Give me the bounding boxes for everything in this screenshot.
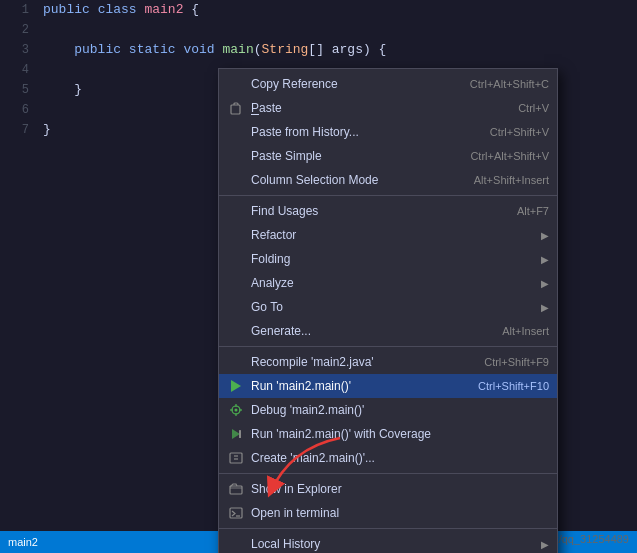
local-history-icon xyxy=(227,535,245,553)
separator-2 xyxy=(219,346,557,347)
menu-item-analyze[interactable]: Analyze ▶ xyxy=(219,271,557,295)
recompile-icon xyxy=(227,353,245,371)
find-usages-icon xyxy=(227,202,245,220)
menu-item-local-history[interactable]: Local History ▶ xyxy=(219,532,557,553)
svg-marker-7 xyxy=(232,429,240,439)
run-coverage-label: Run 'main2.main()' with Coverage xyxy=(251,427,549,441)
paste-history-shortcut: Ctrl+Shift+V xyxy=(490,126,549,138)
run-coverage-icon xyxy=(227,425,245,443)
generate-icon xyxy=(227,322,245,340)
menu-item-open-terminal[interactable]: Open in terminal xyxy=(219,501,557,525)
separator-3 xyxy=(219,473,557,474)
column-selection-label: Column Selection Mode xyxy=(251,173,454,187)
svg-point-2 xyxy=(235,409,238,412)
code-line-2 xyxy=(43,20,629,40)
run-shortcut: Ctrl+Shift+F10 xyxy=(478,380,549,392)
generate-label: Generate... xyxy=(251,324,482,338)
analyze-icon xyxy=(227,274,245,292)
recompile-label: Recompile 'main2.java' xyxy=(251,355,464,369)
analyze-arrow: ▶ xyxy=(541,278,549,289)
run-icon xyxy=(227,377,245,395)
svg-rect-0 xyxy=(231,105,240,114)
menu-item-copy-reference[interactable]: Copy Reference Ctrl+Alt+Shift+C xyxy=(219,72,557,96)
go-to-icon xyxy=(227,298,245,316)
menu-item-go-to[interactable]: Go To ▶ xyxy=(219,295,557,319)
svg-rect-8 xyxy=(239,430,241,438)
code-line-1: public class main2 { xyxy=(43,0,629,20)
local-history-label: Local History xyxy=(251,537,537,551)
paste-history-icon xyxy=(227,123,245,141)
line-numbers: 1 2 3 4 5 6 7 xyxy=(0,0,35,553)
context-menu: Copy Reference Ctrl+Alt+Shift+C Paste Ct… xyxy=(218,68,558,553)
svg-rect-9 xyxy=(230,453,242,463)
menu-item-find-usages[interactable]: Find Usages Alt+F7 xyxy=(219,199,557,223)
menu-item-recompile[interactable]: Recompile 'main2.java' Ctrl+Shift+F9 xyxy=(219,350,557,374)
column-selection-shortcut: Alt+Shift+Insert xyxy=(474,174,549,186)
find-usages-shortcut: Alt+F7 xyxy=(517,205,549,217)
copy-reference-label: Copy Reference xyxy=(251,77,450,91)
svg-rect-12 xyxy=(230,486,242,494)
refactor-icon xyxy=(227,226,245,244)
separator-1 xyxy=(219,195,557,196)
paste-icon xyxy=(227,99,245,117)
menu-item-run[interactable]: Run 'main2.main()' Ctrl+Shift+F10 xyxy=(219,374,557,398)
run-label: Run 'main2.main()' xyxy=(251,379,458,393)
column-selection-icon xyxy=(227,171,245,189)
find-usages-label: Find Usages xyxy=(251,204,497,218)
create-icon xyxy=(227,449,245,467)
menu-item-generate[interactable]: Generate... Alt+Insert xyxy=(219,319,557,343)
menu-item-column-selection[interactable]: Column Selection Mode Alt+Shift+Insert xyxy=(219,168,557,192)
create-label: Create 'main2.main()'... xyxy=(251,451,549,465)
show-explorer-label: Show in Explorer xyxy=(251,482,549,496)
separator-4 xyxy=(219,528,557,529)
local-history-arrow: ▶ xyxy=(541,539,549,550)
go-to-arrow: ▶ xyxy=(541,302,549,313)
menu-item-refactor[interactable]: Refactor ▶ xyxy=(219,223,557,247)
folding-arrow: ▶ xyxy=(541,254,549,265)
debug-label: Debug 'main2.main()' xyxy=(251,403,549,417)
generate-shortcut: Alt+Insert xyxy=(502,325,549,337)
show-explorer-icon xyxy=(227,480,245,498)
paste-simple-icon xyxy=(227,147,245,165)
open-terminal-label: Open in terminal xyxy=(251,506,549,520)
recompile-shortcut: Ctrl+Shift+F9 xyxy=(484,356,549,368)
paste-label: Paste xyxy=(251,101,498,115)
refactor-arrow: ▶ xyxy=(541,230,549,241)
paste-shortcut: Ctrl+V xyxy=(518,102,549,114)
menu-item-paste-simple[interactable]: Paste Simple Ctrl+Alt+Shift+V xyxy=(219,144,557,168)
copy-reference-icon xyxy=(227,75,245,93)
open-terminal-icon xyxy=(227,504,245,522)
paste-simple-label: Paste Simple xyxy=(251,149,450,163)
menu-item-run-coverage[interactable]: Run 'main2.main()' with Coverage xyxy=(219,422,557,446)
menu-item-paste[interactable]: Paste Ctrl+V xyxy=(219,96,557,120)
menu-item-folding[interactable]: Folding ▶ xyxy=(219,247,557,271)
copy-reference-shortcut: Ctrl+Alt+Shift+C xyxy=(470,78,549,90)
analyze-label: Analyze xyxy=(251,276,537,290)
code-line-3: public static void main(String[] args) { xyxy=(43,40,629,60)
go-to-label: Go To xyxy=(251,300,537,314)
folding-icon xyxy=(227,250,245,268)
menu-item-show-explorer[interactable]: Show in Explorer xyxy=(219,477,557,501)
paste-simple-shortcut: Ctrl+Alt+Shift+V xyxy=(470,150,549,162)
refactor-label: Refactor xyxy=(251,228,537,242)
paste-history-label: Paste from History... xyxy=(251,125,470,139)
menu-item-debug[interactable]: Debug 'main2.main()' xyxy=(219,398,557,422)
bottom-bar-text: main2 xyxy=(8,536,38,548)
menu-item-paste-history[interactable]: Paste from History... Ctrl+Shift+V xyxy=(219,120,557,144)
folding-label: Folding xyxy=(251,252,537,266)
debug-icon xyxy=(227,401,245,419)
menu-item-create[interactable]: Create 'main2.main()'... xyxy=(219,446,557,470)
